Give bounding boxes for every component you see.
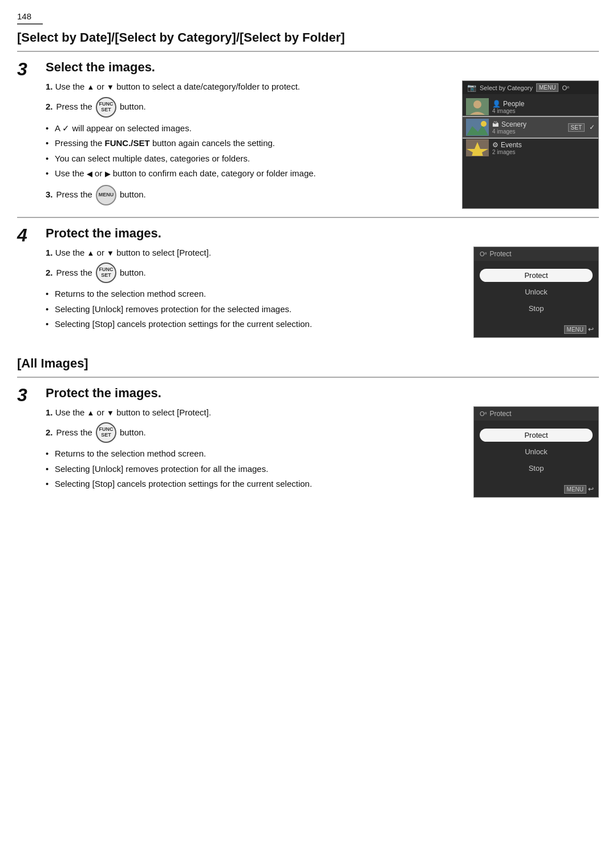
- bullet-4-2: Selecting [Unlock] removes protection fo…: [46, 303, 462, 316]
- bullet-4-3: Selecting [Stop] cancels protection sett…: [46, 318, 462, 331]
- scenery-count: 4 images: [492, 128, 565, 135]
- step-3-content: Select the images. 1. Use the ▲ or ▼ but…: [46, 60, 599, 209]
- step-3-all-bullets: Returns to the selection method screen. …: [46, 447, 462, 491]
- bullet-4-1: Returns to the selection method screen.: [46, 288, 462, 301]
- svg-point-4: [481, 121, 487, 127]
- category-menu-tag: MENU: [536, 83, 558, 92]
- protect-menu-tag-2: MENU: [564, 485, 586, 494]
- step-3-all-header: Protect the images.: [46, 386, 599, 401]
- all-images-section: [All Images] 3 Protect the images. 1. Us…: [17, 356, 599, 506]
- step-3-all-number: 3: [17, 386, 40, 498]
- section-title: [Select by Date]/[Select by Category]/[S…: [17, 30, 599, 45]
- step-3-inst-3: 3. Press the MENU button.: [46, 185, 451, 205]
- protect-footer-1: MENU ↩: [564, 325, 594, 334]
- bullet-3-2: Pressing the FUNC./SET button again canc…: [46, 137, 451, 150]
- category-people: 👤 People 4 images: [463, 96, 598, 117]
- bullet-3-3: You can select multiple dates, categorie…: [46, 152, 451, 165]
- category-screen: 📷 Select by Category MENU Oⁿ: [462, 80, 599, 209]
- step-4-content: Protect the images. 1. Use the ▲ or ▼ bu…: [46, 226, 599, 338]
- protect-items-2: Protect Unlock Stop: [474, 421, 598, 481]
- protect-title-2: Protect: [490, 410, 512, 418]
- protect-lock-1: Oⁿ: [480, 251, 487, 257]
- func-btn-3: FUNCSET: [96, 97, 116, 118]
- svg-point-1: [473, 100, 481, 108]
- all-images-title: [All Images]: [17, 356, 599, 371]
- check-mark: ✓: [589, 123, 595, 131]
- bullet-3-all-1: Returns to the selection method screen.: [46, 447, 462, 461]
- step-4-bullets: Returns to the selection method screen. …: [46, 288, 462, 331]
- step-3-all-block: 3 Protect the images. 1. Use the ▲ or ▼ …: [17, 377, 599, 506]
- protect-screen-2: Oⁿ Protect Protect Unlock Stop MENU ↩: [473, 406, 599, 498]
- step-3-all-content: Protect the images. 1. Use the ▲ or ▼ bu…: [46, 386, 599, 498]
- protect-header-1: Oⁿ Protect: [474, 247, 598, 261]
- protect-items-1: Protect Unlock Stop: [474, 261, 598, 321]
- protect-header-2: Oⁿ Protect: [474, 407, 598, 421]
- bullet-3-4: Use the ◀ or ▶ button to confirm each da…: [46, 167, 451, 180]
- protect-item-unlock-1: Unlock: [480, 285, 593, 298]
- protect-item-stop-2: Stop: [480, 462, 593, 475]
- protect-menu-tag-1: MENU: [564, 325, 586, 334]
- step-3-inst-1: 1. Use the ▲ or ▼ button to select a dat…: [46, 80, 451, 94]
- step-3-body: 1. Use the ▲ or ▼ button to select a dat…: [46, 80, 599, 209]
- step-3-header: Select the images.: [46, 60, 599, 75]
- bullet-3-all-2: Selecting [Unlock] removes protection fo…: [46, 463, 462, 476]
- step-3-all-inst-2: 2. Press the FUNCSET button.: [46, 422, 462, 443]
- step-4-block: 4 Protect the images. 1. Use the ▲ or ▼ …: [17, 217, 599, 346]
- func-btn-4: FUNCSET: [96, 263, 116, 283]
- step-4-inst-2: 2. Press the FUNCSET button.: [46, 263, 462, 283]
- category-screen-title: Select by Category: [480, 84, 533, 91]
- scenery-info: 🏔 Scenery 4 images: [492, 120, 565, 135]
- step-4-number: 4: [17, 226, 40, 338]
- category-list: 👤 People 4 images: [463, 94, 598, 160]
- step-4-header: Protect the images.: [46, 226, 599, 241]
- protect-return-2: ↩: [588, 485, 594, 493]
- protect-item-unlock-2: Unlock: [480, 445, 593, 458]
- category-lock: Oⁿ: [562, 84, 569, 91]
- category-screen-header: 📷 Select by Category MENU Oⁿ: [463, 81, 598, 94]
- step-3-number: 3: [17, 60, 40, 209]
- protect-item-protect-2: Protect: [480, 429, 593, 442]
- bullet-3-1: A ✓ will appear on selected images.: [46, 122, 451, 135]
- step-3-all-body: 1. Use the ▲ or ▼ button to select [Prot…: [46, 406, 599, 498]
- protect-item-protect-1: Protect: [480, 269, 593, 282]
- step-3-all-inst-1: 1. Use the ▲ or ▼ button to select [Prot…: [46, 406, 462, 419]
- people-info: 👤 People 4 images: [492, 100, 595, 114]
- category-scenery: 🏔 Scenery 4 images SET ✓: [463, 117, 598, 138]
- step-3-text: 1. Use the ▲ or ▼ button to select a dat…: [46, 80, 451, 209]
- protect-title-1: Protect: [490, 250, 512, 258]
- protect-footer-2: MENU ↩: [564, 485, 594, 494]
- menu-btn-3: MENU: [96, 185, 116, 205]
- protect-item-stop-1: Stop: [480, 302, 593, 315]
- step-3-inst-2: 2. Press the FUNCSET button.: [46, 97, 451, 118]
- protect-lock-2: Oⁿ: [480, 410, 487, 417]
- step-4-text: 1. Use the ▲ or ▼ button to select [Prot…: [46, 247, 462, 338]
- step-3-block: 3 Select the images. 1. Use the ▲ or ▼ b…: [17, 51, 599, 217]
- scenery-name: 🏔 Scenery: [492, 120, 565, 128]
- protect-screen-1: Oⁿ Protect Protect Unlock Stop MENU ↩: [473, 247, 599, 338]
- func-btn-3-all: FUNCSET: [96, 422, 116, 443]
- protect-return-1: ↩: [588, 325, 594, 333]
- people-count: 4 images: [492, 108, 595, 114]
- category-camera-icon: 📷: [467, 83, 476, 92]
- people-thumb: [466, 98, 489, 115]
- step-3-all-text: 1. Use the ▲ or ▼ button to select [Prot…: [46, 406, 462, 498]
- step-4-body: 1. Use the ▲ or ▼ button to select [Prot…: [46, 247, 599, 338]
- page-number: 148: [17, 11, 43, 25]
- category-events: ⚙ Events 2 images: [463, 138, 598, 158]
- events-info: ⚙ Events 2 images: [492, 141, 595, 155]
- people-name: 👤 People: [492, 100, 595, 108]
- events-thumb: [466, 139, 489, 156]
- set-badge: SET: [568, 123, 585, 132]
- step-3-bullets: A ✓ will appear on selected images. Pres…: [46, 122, 451, 180]
- step-4-inst-1: 1. Use the ▲ or ▼ button to select [Prot…: [46, 247, 462, 260]
- events-name: ⚙ Events: [492, 141, 595, 149]
- events-count: 2 images: [492, 149, 595, 155]
- scenery-thumb: [466, 119, 489, 136]
- bullet-3-all-3: Selecting [Stop] cancels protection sett…: [46, 478, 462, 491]
